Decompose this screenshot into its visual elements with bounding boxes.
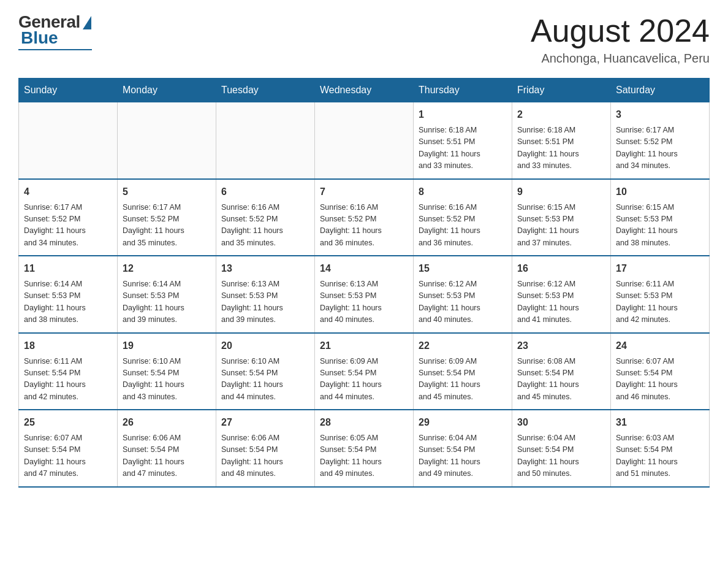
day-of-week-header: Wednesday — [315, 79, 414, 102]
title-section: August 2024 Anchonga, Huancavelica, Peru — [531, 12, 710, 66]
calendar-week-row: 25Sunrise: 6:07 AMSunset: 5:54 PMDayligh… — [19, 410, 710, 487]
calendar-day-cell: 12Sunrise: 6:14 AMSunset: 5:53 PMDayligh… — [118, 256, 216, 333]
day-info: Sunrise: 6:18 AMSunset: 5:51 PMDaylight:… — [419, 124, 507, 172]
calendar-day-cell: 14Sunrise: 6:13 AMSunset: 5:53 PMDayligh… — [315, 256, 414, 333]
day-number: 4 — [24, 185, 112, 199]
calendar-day-cell: 26Sunrise: 6:06 AMSunset: 5:54 PMDayligh… — [118, 410, 216, 487]
day-number: 17 — [616, 261, 704, 276]
day-number: 16 — [517, 261, 605, 276]
day-number: 20 — [221, 339, 309, 353]
calendar-day-cell: 8Sunrise: 6:16 AMSunset: 5:52 PMDaylight… — [414, 179, 512, 256]
calendar-day-cell — [216, 102, 315, 179]
calendar-day-cell: 3Sunrise: 6:17 AMSunset: 5:52 PMDaylight… — [611, 102, 710, 179]
day-info: Sunrise: 6:16 AMSunset: 5:52 PMDaylight:… — [320, 202, 408, 250]
day-number: 26 — [123, 415, 211, 430]
day-info: Sunrise: 6:17 AMSunset: 5:52 PMDaylight:… — [24, 202, 112, 250]
day-info: Sunrise: 6:11 AMSunset: 5:53 PMDaylight:… — [616, 278, 704, 326]
calendar-day-cell: 17Sunrise: 6:11 AMSunset: 5:53 PMDayligh… — [611, 256, 710, 333]
day-info: Sunrise: 6:09 AMSunset: 5:54 PMDaylight:… — [419, 356, 507, 404]
calendar-week-row: 1Sunrise: 6:18 AMSunset: 5:51 PMDaylight… — [19, 102, 710, 179]
day-number: 19 — [123, 339, 211, 353]
day-number: 5 — [123, 185, 211, 199]
day-of-week-header: Sunday — [19, 79, 118, 102]
calendar-day-cell: 15Sunrise: 6:12 AMSunset: 5:53 PMDayligh… — [414, 256, 512, 333]
calendar-day-cell — [118, 102, 216, 179]
day-number: 6 — [221, 185, 309, 199]
calendar-day-cell: 6Sunrise: 6:16 AMSunset: 5:52 PMDaylight… — [216, 179, 315, 256]
day-info: Sunrise: 6:10 AMSunset: 5:54 PMDaylight:… — [123, 356, 211, 404]
day-info: Sunrise: 6:05 AMSunset: 5:54 PMDaylight:… — [320, 432, 408, 480]
logo-underline — [18, 49, 92, 50]
calendar-day-cell: 23Sunrise: 6:08 AMSunset: 5:54 PMDayligh… — [512, 333, 611, 410]
day-info: Sunrise: 6:13 AMSunset: 5:53 PMDaylight:… — [320, 278, 408, 326]
calendar-day-cell: 19Sunrise: 6:10 AMSunset: 5:54 PMDayligh… — [118, 333, 216, 410]
day-number: 7 — [320, 185, 408, 199]
day-number: 15 — [419, 261, 507, 276]
calendar-day-cell: 13Sunrise: 6:13 AMSunset: 5:53 PMDayligh… — [216, 256, 315, 333]
calendar-day-cell: 5Sunrise: 6:17 AMSunset: 5:52 PMDaylight… — [118, 179, 216, 256]
day-info: Sunrise: 6:13 AMSunset: 5:53 PMDaylight:… — [221, 278, 309, 326]
day-number: 10 — [616, 185, 704, 199]
calendar-week-row: 4Sunrise: 6:17 AMSunset: 5:52 PMDaylight… — [19, 179, 710, 256]
day-number: 27 — [221, 415, 309, 430]
calendar-day-cell: 4Sunrise: 6:17 AMSunset: 5:52 PMDaylight… — [19, 179, 118, 256]
day-info: Sunrise: 6:06 AMSunset: 5:54 PMDaylight:… — [221, 432, 309, 480]
calendar-day-cell: 2Sunrise: 6:18 AMSunset: 5:51 PMDaylight… — [512, 102, 611, 179]
day-number: 31 — [616, 415, 704, 430]
calendar-day-cell: 11Sunrise: 6:14 AMSunset: 5:53 PMDayligh… — [19, 256, 118, 333]
day-number: 1 — [419, 107, 507, 122]
day-number: 11 — [24, 261, 112, 276]
calendar-day-cell: 18Sunrise: 6:11 AMSunset: 5:54 PMDayligh… — [19, 333, 118, 410]
calendar-week-row: 11Sunrise: 6:14 AMSunset: 5:53 PMDayligh… — [19, 256, 710, 333]
calendar-day-cell: 9Sunrise: 6:15 AMSunset: 5:53 PMDaylight… — [512, 179, 611, 256]
day-info: Sunrise: 6:03 AMSunset: 5:54 PMDaylight:… — [616, 432, 704, 480]
day-info: Sunrise: 6:12 AMSunset: 5:53 PMDaylight:… — [419, 278, 507, 326]
day-number: 29 — [419, 415, 507, 430]
month-title: August 2024 — [531, 12, 710, 49]
logo: General Blue — [18, 12, 92, 50]
day-info: Sunrise: 6:16 AMSunset: 5:52 PMDaylight:… — [221, 202, 309, 250]
day-number: 8 — [419, 185, 507, 199]
day-number: 14 — [320, 261, 408, 276]
calendar-header-row: SundayMondayTuesdayWednesdayThursdayFrid… — [19, 79, 710, 102]
day-info: Sunrise: 6:09 AMSunset: 5:54 PMDaylight:… — [320, 356, 408, 404]
day-info: Sunrise: 6:18 AMSunset: 5:51 PMDaylight:… — [517, 124, 605, 172]
day-info: Sunrise: 6:08 AMSunset: 5:54 PMDaylight:… — [517, 356, 605, 404]
day-number: 28 — [320, 415, 408, 430]
day-info: Sunrise: 6:07 AMSunset: 5:54 PMDaylight:… — [24, 432, 112, 480]
day-info: Sunrise: 6:15 AMSunset: 5:53 PMDaylight:… — [616, 202, 704, 250]
day-info: Sunrise: 6:17 AMSunset: 5:52 PMDaylight:… — [123, 202, 211, 250]
day-info: Sunrise: 6:15 AMSunset: 5:53 PMDaylight:… — [517, 202, 605, 250]
calendar-day-cell: 31Sunrise: 6:03 AMSunset: 5:54 PMDayligh… — [611, 410, 710, 487]
calendar-day-cell: 28Sunrise: 6:05 AMSunset: 5:54 PMDayligh… — [315, 410, 414, 487]
calendar-day-cell: 24Sunrise: 6:07 AMSunset: 5:54 PMDayligh… — [611, 333, 710, 410]
day-of-week-header: Thursday — [414, 79, 512, 102]
calendar-day-cell: 20Sunrise: 6:10 AMSunset: 5:54 PMDayligh… — [216, 333, 315, 410]
calendar-day-cell: 10Sunrise: 6:15 AMSunset: 5:53 PMDayligh… — [611, 179, 710, 256]
day-number: 24 — [616, 339, 704, 353]
day-number: 21 — [320, 339, 408, 353]
day-info: Sunrise: 6:12 AMSunset: 5:53 PMDaylight:… — [517, 278, 605, 326]
day-info: Sunrise: 6:17 AMSunset: 5:52 PMDaylight:… — [616, 124, 704, 172]
logo-blue-text: Blue — [21, 28, 58, 48]
day-number: 2 — [517, 107, 605, 122]
day-info: Sunrise: 6:04 AMSunset: 5:54 PMDaylight:… — [419, 432, 507, 480]
calendar-day-cell: 16Sunrise: 6:12 AMSunset: 5:53 PMDayligh… — [512, 256, 611, 333]
calendar-week-row: 18Sunrise: 6:11 AMSunset: 5:54 PMDayligh… — [19, 333, 710, 410]
day-info: Sunrise: 6:06 AMSunset: 5:54 PMDaylight:… — [123, 432, 211, 480]
calendar-day-cell: 21Sunrise: 6:09 AMSunset: 5:54 PMDayligh… — [315, 333, 414, 410]
location-text: Anchonga, Huancavelica, Peru — [531, 52, 710, 66]
calendar-day-cell: 30Sunrise: 6:04 AMSunset: 5:54 PMDayligh… — [512, 410, 611, 487]
calendar-day-cell: 25Sunrise: 6:07 AMSunset: 5:54 PMDayligh… — [19, 410, 118, 487]
calendar-table: SundayMondayTuesdayWednesdayThursdayFrid… — [18, 78, 710, 488]
day-of-week-header: Monday — [118, 79, 216, 102]
calendar-day-cell — [315, 102, 414, 179]
calendar-day-cell — [19, 102, 118, 179]
day-number: 3 — [616, 107, 704, 122]
logo-triangle-icon — [83, 16, 91, 29]
day-number: 30 — [517, 415, 605, 430]
day-of-week-header: Friday — [512, 79, 611, 102]
day-info: Sunrise: 6:16 AMSunset: 5:52 PMDaylight:… — [419, 202, 507, 250]
day-number: 12 — [123, 261, 211, 276]
day-number: 9 — [517, 185, 605, 199]
